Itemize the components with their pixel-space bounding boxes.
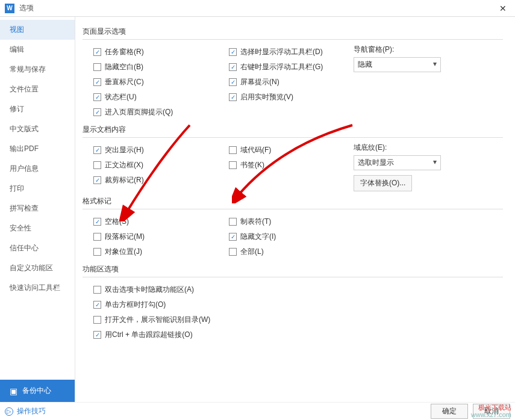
sidebar-item[interactable]: 安全性 xyxy=(0,218,75,238)
checkbox-row[interactable]: 启用实时预览(V) xyxy=(218,90,354,105)
checkbox-row[interactable]: 书签(K) xyxy=(218,158,354,173)
sidebar-item[interactable]: 中文版式 xyxy=(0,119,75,139)
checkbox-row[interactable]: 状态栏(U) xyxy=(83,90,218,105)
nav-pane-label: 导航窗格(P): xyxy=(354,45,474,55)
close-icon[interactable]: ✕ xyxy=(496,1,510,16)
sidebar-item[interactable]: 打印 xyxy=(0,179,75,199)
checkbox-row[interactable]: 双击选项卡时隐藏功能区(A) xyxy=(83,282,503,297)
checkbox-row[interactable]: 打开文件，展示智能识别目录(W) xyxy=(83,312,503,327)
checkbox-label: 选择时显示浮动工具栏(D) xyxy=(240,47,323,57)
sidebar-item[interactable]: 文件位置 xyxy=(0,79,75,99)
checkbox[interactable] xyxy=(93,218,101,226)
checkbox-row[interactable]: 对象位置(J) xyxy=(83,244,218,259)
checkbox[interactable] xyxy=(229,63,237,71)
shading-dropdown[interactable]: 选取时显示 xyxy=(354,155,441,170)
content: 页面显示选项 任务窗格(R)隐藏空白(B)垂直标尺(C)状态栏(U)进入页眉页脚… xyxy=(75,17,515,402)
sidebar-item[interactable]: 自定义功能区 xyxy=(0,258,75,278)
checkbox[interactable] xyxy=(93,301,101,309)
checkbox-row[interactable]: 段落标记(M) xyxy=(83,229,218,244)
font-replace-button[interactable]: 字体替换(O)... xyxy=(354,175,412,191)
checkbox-row[interactable]: 屏幕提示(N) xyxy=(218,75,354,90)
app-icon: W xyxy=(5,4,14,13)
checkbox-label: 垂直标尺(C) xyxy=(105,77,144,87)
checkbox-label: 状态栏(U) xyxy=(105,92,137,102)
checkbox[interactable] xyxy=(93,316,101,324)
checkbox-row[interactable]: 任务窗格(R) xyxy=(83,45,218,60)
checkbox[interactable] xyxy=(93,78,101,86)
checkbox[interactable] xyxy=(93,176,101,184)
checkbox[interactable] xyxy=(93,146,101,154)
checkbox[interactable] xyxy=(229,78,237,86)
checkbox-row[interactable]: 正文边框(X) xyxy=(83,158,218,173)
checkbox[interactable] xyxy=(229,161,237,169)
checkbox-row[interactable]: 进入页眉页脚提示(Q) xyxy=(83,105,218,120)
backup-center-button[interactable]: ▣ 备份中心 xyxy=(0,380,75,402)
checkbox[interactable] xyxy=(229,248,237,256)
checkbox[interactable] xyxy=(229,233,237,241)
window-title: 选项 xyxy=(19,3,496,13)
sidebar-item[interactable]: 修订 xyxy=(0,99,75,119)
checkbox-row[interactable]: 裁剪标记(R) xyxy=(83,173,218,188)
checkbox[interactable] xyxy=(93,286,101,294)
main: 视图编辑常规与保存文件位置修订中文版式输出PDF用户信息打印拼写检查安全性信任中… xyxy=(0,17,515,402)
checkbox-row[interactable]: 制表符(T) xyxy=(218,214,354,229)
section-title: 功能区选项 xyxy=(83,264,503,277)
checkbox-row[interactable]: 突出显示(H) xyxy=(83,143,218,158)
backup-icon: ▣ xyxy=(10,386,17,396)
checkbox-label: 裁剪标记(R) xyxy=(105,175,144,185)
checkbox-row[interactable]: 垂直标尺(C) xyxy=(83,75,218,90)
checkbox-label: 单击方框时打勾(O) xyxy=(105,300,166,310)
checkbox-label: 屏幕提示(N) xyxy=(240,77,279,87)
checkbox[interactable] xyxy=(229,93,237,101)
checkbox-label: 段落标记(M) xyxy=(105,232,145,242)
sidebar-item[interactable]: 快速访问工具栏 xyxy=(0,278,75,298)
checkbox[interactable] xyxy=(93,248,101,256)
sidebar-item[interactable]: 用户信息 xyxy=(0,159,75,179)
checkbox-label: 域代码(F) xyxy=(240,145,271,155)
section-title: 显示文档内容 xyxy=(83,125,503,138)
checkbox[interactable] xyxy=(93,48,101,56)
ok-button[interactable]: 确定 xyxy=(431,404,468,419)
section-title: 页面显示选项 xyxy=(83,26,503,40)
checkbox-row[interactable]: 空格(S) xyxy=(83,214,218,229)
checkbox[interactable] xyxy=(229,48,237,56)
checkbox[interactable] xyxy=(229,218,237,226)
checkbox-label: 右键时显示浮动工具栏(G) xyxy=(240,62,323,72)
tips-icon: ▷ xyxy=(5,407,13,416)
checkbox-label: 双击选项卡时隐藏功能区(A) xyxy=(105,285,194,295)
backup-label: 备份中心 xyxy=(22,386,51,396)
checkbox-label: 全部(L) xyxy=(240,247,264,257)
section-ribbon: 功能区选项 双击选项卡时隐藏功能区(A)单击方框时打勾(O)打开文件，展示智能识… xyxy=(83,264,503,342)
checkbox[interactable] xyxy=(93,63,101,71)
checkbox[interactable] xyxy=(93,233,101,241)
sidebar-item[interactable]: 常规与保存 xyxy=(0,60,75,79)
checkbox-row[interactable]: 单击方框时打勾(O) xyxy=(83,297,503,312)
checkbox[interactable] xyxy=(93,331,101,339)
checkbox[interactable] xyxy=(229,146,237,154)
checkbox-row[interactable]: 隐藏空白(B) xyxy=(83,60,218,75)
sidebar-item[interactable]: 编辑 xyxy=(0,40,75,60)
checkbox[interactable] xyxy=(93,93,101,101)
cancel-button[interactable]: 取消 xyxy=(473,404,510,419)
checkbox-label: 启用实时预览(V) xyxy=(240,92,293,102)
checkbox[interactable] xyxy=(93,161,101,169)
sidebar-item[interactable]: 视图 xyxy=(0,20,75,40)
checkbox-label: 书签(K) xyxy=(240,160,264,170)
checkbox-row[interactable]: 用Ctrl + 单击跟踪超链接(O) xyxy=(83,327,503,342)
checkbox-label: 用Ctrl + 单击跟踪超链接(O) xyxy=(105,330,193,340)
checkbox-label: 隐藏空白(B) xyxy=(105,62,143,72)
sidebar-item[interactable]: 信任中心 xyxy=(0,238,75,258)
checkbox-row[interactable]: 隐藏文字(I) xyxy=(218,229,354,244)
bottom-bar: ▷ 操作技巧 确定 取消 xyxy=(0,402,515,420)
checkbox-row[interactable]: 全部(L) xyxy=(218,244,354,259)
sidebar-item[interactable]: 输出PDF xyxy=(0,139,75,159)
tips-link[interactable]: ▷ 操作技巧 xyxy=(5,406,46,416)
checkbox[interactable] xyxy=(93,108,101,116)
section-format-marks: 格式标记 空格(S)段落标记(M)对象位置(J) 制表符(T)隐藏文字(I)全部… xyxy=(83,196,503,259)
nav-pane-dropdown[interactable]: 隐藏 xyxy=(354,57,441,72)
checkbox-row[interactable]: 域代码(F) xyxy=(218,143,354,158)
sidebar-item[interactable]: 拼写检查 xyxy=(0,199,75,218)
checkbox-row[interactable]: 右键时显示浮动工具栏(G) xyxy=(218,60,354,75)
tips-label: 操作技巧 xyxy=(17,406,46,416)
checkbox-row[interactable]: 选择时显示浮动工具栏(D) xyxy=(218,45,354,60)
